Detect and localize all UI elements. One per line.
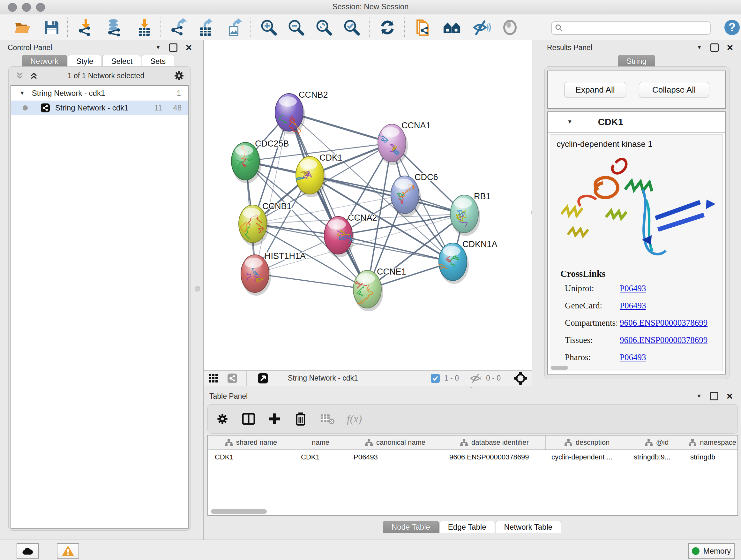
network-canvas[interactable]: CCNB2CCNA1CDC25BCDK1CDC6RB1CCNB1CCNA2CDK… bbox=[204, 40, 532, 370]
open-session-button[interactable] bbox=[13, 18, 31, 37]
table-row[interactable]: CDK1CDK1P064939606.ENSP00000378699cyclin… bbox=[208, 450, 738, 464]
expand-all-button[interactable]: Expand All bbox=[564, 82, 626, 98]
search-input[interactable] bbox=[566, 23, 710, 33]
table-cell[interactable]: cyclin-dependent ... bbox=[544, 450, 627, 464]
table-hscrollbar[interactable] bbox=[211, 509, 267, 514]
node-HIST1H1A[interactable]: HIST1H1A bbox=[241, 251, 306, 296]
export-network-button[interactable] bbox=[170, 18, 188, 37]
column-header-canonical-name[interactable]: canonical name bbox=[347, 435, 443, 449]
tab-edge-table[interactable]: Edge Table bbox=[440, 521, 495, 533]
column-header-description[interactable]: description bbox=[546, 435, 628, 449]
node-CCNA2[interactable]: CCNA2 bbox=[324, 213, 377, 257]
table-cell[interactable]: CDK1 bbox=[294, 450, 347, 464]
crosslink-link[interactable]: P06493 bbox=[620, 284, 646, 294]
zoom-selected-button[interactable] bbox=[343, 18, 360, 37]
node-RB1[interactable]: RB1 bbox=[450, 192, 491, 236]
collapse-all-icon[interactable] bbox=[15, 71, 24, 80]
table-gear-icon[interactable] bbox=[216, 413, 229, 425]
edge-CCNB2-HIST1H1A[interactable] bbox=[255, 112, 289, 273]
save-session-button[interactable] bbox=[43, 18, 61, 37]
tab-network-table[interactable]: Network Table bbox=[495, 521, 561, 533]
control-panel-float-icon[interactable] bbox=[169, 44, 178, 52]
edge-CDK1-RB1[interactable] bbox=[310, 175, 464, 214]
tab-style[interactable]: Style bbox=[68, 55, 102, 67]
control-panel-menu-icon[interactable]: ▼ bbox=[155, 44, 161, 51]
crosslink-label: Compartments: bbox=[565, 318, 620, 328]
node-CDKN1A[interactable]: CDKN1A bbox=[439, 240, 497, 284]
results-hscrollbar[interactable] bbox=[551, 366, 568, 370]
tab-node-table[interactable]: Node Table bbox=[383, 521, 439, 533]
crosslink-link[interactable]: P06493 bbox=[620, 301, 646, 311]
results-panel-menu-icon[interactable]: ▼ bbox=[697, 44, 702, 51]
table-cell[interactable]: CDK1 bbox=[208, 450, 294, 464]
collapse-all-button[interactable]: Collapse All bbox=[639, 82, 709, 98]
table-cell[interactable]: stringdb:9... bbox=[627, 450, 683, 464]
node-CCNB1[interactable]: CCNB1 bbox=[239, 201, 292, 246]
table-cell[interactable]: stringdb bbox=[683, 450, 738, 464]
table-cell[interactable]: P06493 bbox=[347, 450, 442, 464]
edge-HIST1H1A-CCNE1[interactable] bbox=[255, 273, 367, 289]
home-network-button[interactable] bbox=[443, 18, 461, 37]
tab-select[interactable]: Select bbox=[103, 55, 141, 67]
table-panel-close-icon[interactable]: × bbox=[727, 393, 733, 399]
left-splitter-handle[interactable] bbox=[195, 286, 200, 292]
crosslink-link[interactable]: P06493 bbox=[620, 353, 646, 362]
crosshair-navigator-icon[interactable] bbox=[514, 372, 527, 385]
import-database-button[interactable] bbox=[105, 18, 123, 37]
import-table-button[interactable] bbox=[135, 18, 153, 37]
show-columns-icon[interactable] bbox=[242, 412, 256, 426]
node-label-CDC6: CDC6 bbox=[414, 172, 438, 182]
export-table-button[interactable] bbox=[197, 18, 215, 37]
crosslink-link[interactable]: 9606.ENSP00000378699 bbox=[620, 335, 708, 345]
zoom-fit-button[interactable] bbox=[315, 18, 333, 37]
table-panel-float-icon[interactable] bbox=[710, 392, 718, 400]
column-header-database-identifier[interactable]: database identifier bbox=[443, 435, 546, 449]
results-panel-close-icon[interactable]: × bbox=[727, 44, 733, 51]
zoom-in-button[interactable] bbox=[260, 18, 278, 37]
share-document-button[interactable] bbox=[415, 18, 433, 37]
node-CCNA1[interactable]: CCNA1 bbox=[378, 121, 431, 165]
results-panel-float-icon[interactable] bbox=[711, 44, 719, 52]
column-header-shared-name[interactable]: shared name bbox=[208, 435, 294, 449]
tree-expand-icon[interactable]: ▼ bbox=[19, 90, 25, 97]
tab-network[interactable]: Network bbox=[22, 55, 67, 67]
warning-status-button[interactable] bbox=[57, 543, 79, 559]
edge-CCNA2-CDKN1A[interactable] bbox=[338, 235, 453, 262]
node-CCNB2[interactable]: CCNB2 bbox=[275, 90, 328, 136]
hide-unhide-button[interactable] bbox=[473, 18, 491, 37]
expand-all-icon[interactable] bbox=[29, 71, 39, 80]
control-panel-close-icon[interactable]: × bbox=[186, 44, 192, 51]
network-view-share-icon[interactable] bbox=[227, 373, 238, 383]
birdseye-view-icon[interactable] bbox=[258, 373, 268, 384]
network-tree-root-row[interactable]: ▼ String Network - cdk1 1 bbox=[11, 86, 188, 101]
node-CCNE1[interactable]: CCNE1 bbox=[353, 267, 406, 311]
node-section-header[interactable]: ▼ CDK1 bbox=[548, 112, 725, 132]
selected-nodes-checkbox[interactable] bbox=[431, 374, 440, 383]
memory-status-button[interactable]: Memory bbox=[688, 543, 735, 559]
network-tree-child-row[interactable]: String Network - cdk1 11 48 bbox=[11, 101, 188, 115]
hidden-eye-icon[interactable] bbox=[470, 374, 482, 383]
column-header-namespace[interactable]: namespace bbox=[685, 435, 738, 449]
network-options-gear-icon[interactable] bbox=[173, 70, 185, 81]
cloud-status-button[interactable] bbox=[17, 543, 39, 559]
export-image-button[interactable] bbox=[226, 18, 244, 37]
table-cell[interactable]: 9606.ENSP00000378699 bbox=[442, 450, 544, 464]
add-column-icon[interactable] bbox=[268, 412, 281, 426]
refresh-button[interactable] bbox=[379, 18, 396, 37]
tab-sets[interactable]: Sets bbox=[142, 55, 174, 67]
node-CDC6[interactable]: CDC6 bbox=[391, 172, 438, 217]
delete-column-icon[interactable] bbox=[294, 412, 307, 426]
section-collapse-icon[interactable]: ▼ bbox=[567, 119, 572, 125]
gray-eye-button[interactable] bbox=[501, 18, 519, 37]
grid-view-icon[interactable] bbox=[209, 374, 218, 383]
help-button[interactable]: ? bbox=[723, 18, 741, 37]
crosslink-link[interactable]: 9606.ENSP00000378699 bbox=[620, 318, 708, 328]
table-panel-menu-icon[interactable]: ▼ bbox=[696, 393, 702, 399]
network-graph[interactable]: CCNB2CCNA1CDC25BCDK1CDC6RB1CCNB1CCNA2CDK… bbox=[204, 40, 532, 370]
tab-string[interactable]: String bbox=[618, 55, 655, 67]
column-header-name[interactable]: name bbox=[294, 435, 347, 449]
edge-CCNB2-CCNE1[interactable] bbox=[289, 112, 367, 289]
zoom-out-button[interactable] bbox=[287, 18, 305, 37]
import-network-button[interactable] bbox=[77, 18, 95, 37]
column-header--id[interactable]: @id bbox=[628, 435, 685, 449]
